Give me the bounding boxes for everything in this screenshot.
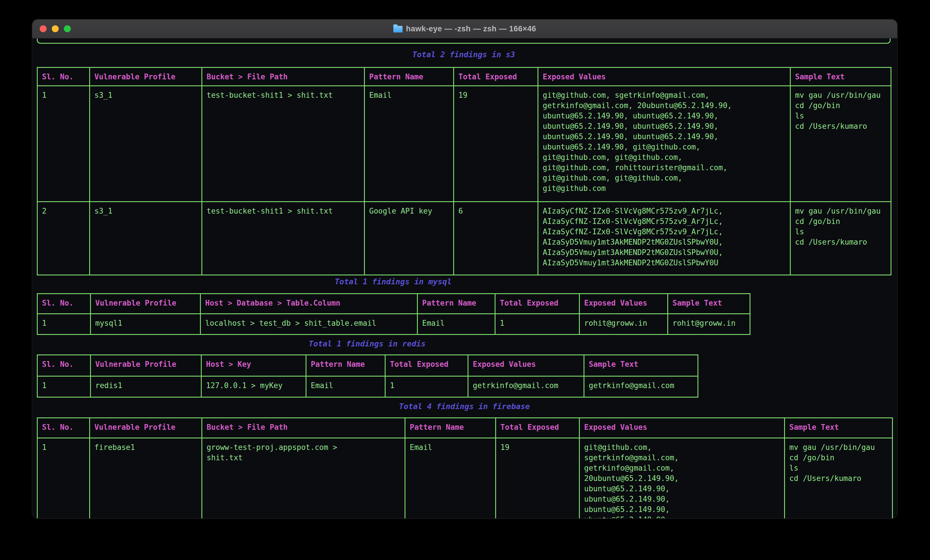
cell-sl-no: 2 [37,202,90,275]
column-header: Sl. No. [37,294,91,314]
table-row: 1 firebase1 groww-test-proj.appspot.com … [37,438,893,519]
column-header: Vulnerable Profile [90,68,202,86]
column-header: Pattern Name [405,418,496,438]
window-controls [40,20,71,38]
cell-sample-text: rohit@groww.in [668,314,750,334]
previous-table-bottom-edge [37,38,891,44]
column-header: Sl. No. [37,418,90,438]
cell-host-key: 127.0.0.1 > myKey [202,376,306,397]
column-header: Vulnerable Profile [91,294,200,314]
table-row: 2 s3_1 test-bucket-shit1 > shit.txt Goog… [37,202,891,275]
cell-exposed-values: getrkinfo@gmail.com [468,376,584,397]
column-header: Host > Database > Table.Column [200,294,417,314]
firebase-header-row: Sl. No. Vulnerable Profile Bucket > File… [37,418,893,438]
cell-bucket-file-path: test-bucket-shit1 > shit.txt [202,202,365,275]
cell-host-database-column: localhost > test_db > shit_table.email [200,314,417,334]
mysql-findings-table: Sl. No. Vulnerable Profile Host > Databa… [37,293,750,335]
column-header: Vulnerable Profile [91,355,202,376]
firebase-findings-table: Sl. No. Vulnerable Profile Bucket > File… [37,417,893,518]
redis-header-row: Sl. No. Vulnerable Profile Host > Key Pa… [37,355,698,376]
s3-findings-table: Sl. No. Vulnerable Profile Bucket > File… [37,67,892,275]
cell-pattern-name: Google API key [365,202,454,275]
cell-total-exposed: 19 [454,86,538,202]
window-titlebar[interactable]: hawk-eye — -zsh — zsh — 166×46 [32,20,897,38]
cell-sample-text: mv gau /usr/bin/gau cd /go/bin ls cd /Us… [790,86,891,202]
column-header: Sample Text [584,355,698,376]
window-title: hawk-eye — -zsh — zsh — 166×46 [406,25,536,33]
column-header: Total Exposed [454,68,538,86]
column-header: Host > Key [202,355,306,376]
cell-pattern-name: Email [306,376,385,397]
cell-sample-text: getrkinfo@gmail.com [584,376,698,397]
folder-icon [393,26,403,32]
table-row: 1 mysql1 localhost > test_db > shit_tabl… [37,314,750,334]
cell-sl-no: 1 [37,314,91,334]
s3-section-title: Total 2 findings in s3 [37,49,891,60]
cell-bucket-file-path: test-bucket-shit1 > shit.txt [202,86,365,202]
cell-total-exposed: 1 [495,314,579,334]
cell-exposed-values: rohit@groww.in [579,314,668,334]
column-header: Pattern Name [306,355,385,376]
column-header: Total Exposed [496,418,579,438]
column-header: Exposed Values [538,68,790,86]
window-title-group: hawk-eye — -zsh — zsh — 166×46 [393,25,536,33]
cell-vulnerable-profile: redis1 [91,376,202,397]
column-header: Pattern Name [365,68,454,86]
terminal-content: Total 2 findings in s3 Sl. No. Vulnerabl… [32,38,897,518]
cell-vulnerable-profile: mysql1 [91,314,200,334]
cell-exposed-values: git@github.com, sgetrkinfo@gmail.com, ge… [579,438,785,519]
column-header: Bucket > File Path [202,68,365,86]
cell-sample-text: mv gau /usr/bin/gau cd /go/bin ls cd /Us… [790,202,891,275]
mysql-header-row: Sl. No. Vulnerable Profile Host > Databa… [37,294,750,314]
firebase-section-title: Total 4 findings in firebase [37,401,892,412]
column-header: Sample Text [668,294,750,314]
column-header: Exposed Values [579,418,785,438]
column-header: Total Exposed [495,294,579,314]
cell-sl-no: 1 [37,86,90,202]
cell-pattern-name: Email [417,314,495,334]
table-row: 1 redis1 127.0.0.1 > myKey Email 1 getrk… [37,376,698,397]
cell-sample-text: mv gau /usr/bin/gau cd /go/bin ls cd /Us… [785,438,893,519]
column-header: Sl. No. [37,355,91,376]
cell-sl-no: 1 [37,376,91,397]
column-header: Pattern Name [417,294,495,314]
s3-header-row: Sl. No. Vulnerable Profile Bucket > File… [37,68,891,86]
column-header: Sample Text [790,68,891,86]
terminal-window: hawk-eye — -zsh — zsh — 166×46 Total 2 f… [32,20,897,518]
redis-section-title: Total 1 findings in redis [37,339,698,349]
column-header: Exposed Values [579,294,668,314]
mysql-section-title: Total 1 findings in mysql [37,276,750,287]
column-header: Vulnerable Profile [90,418,202,438]
cell-bucket-file-path: groww-test-proj.appspot.com > shit.txt [202,438,405,519]
zoom-button[interactable] [64,25,71,32]
cell-total-exposed: 1 [385,376,468,397]
cell-exposed-values: AIzaSyCfNZ-IZx0-SlVcVg8MCr575zv9_Ar7jLc,… [538,202,790,275]
cell-sl-no: 1 [37,438,90,519]
cell-total-exposed: 19 [496,438,579,519]
column-header: Sample Text [785,418,893,438]
cell-pattern-name: Email [365,86,454,202]
close-button[interactable] [40,25,47,32]
cell-vulnerable-profile: s3_1 [90,86,202,202]
cell-vulnerable-profile: firebase1 [90,438,202,519]
cell-exposed-values: git@github.com, sgetrkinfo@gmail.com, ge… [538,86,790,202]
column-header: Bucket > File Path [202,418,405,438]
column-header: Total Exposed [385,355,468,376]
table-row: 1 s3_1 test-bucket-shit1 > shit.txt Emai… [37,86,891,202]
column-header: Exposed Values [468,355,584,376]
minimize-button[interactable] [52,25,59,32]
cell-total-exposed: 6 [454,202,538,275]
cell-pattern-name: Email [405,438,496,519]
redis-findings-table: Sl. No. Vulnerable Profile Host > Key Pa… [37,354,698,397]
cell-vulnerable-profile: s3_1 [90,202,202,275]
column-header: Sl. No. [37,68,90,86]
